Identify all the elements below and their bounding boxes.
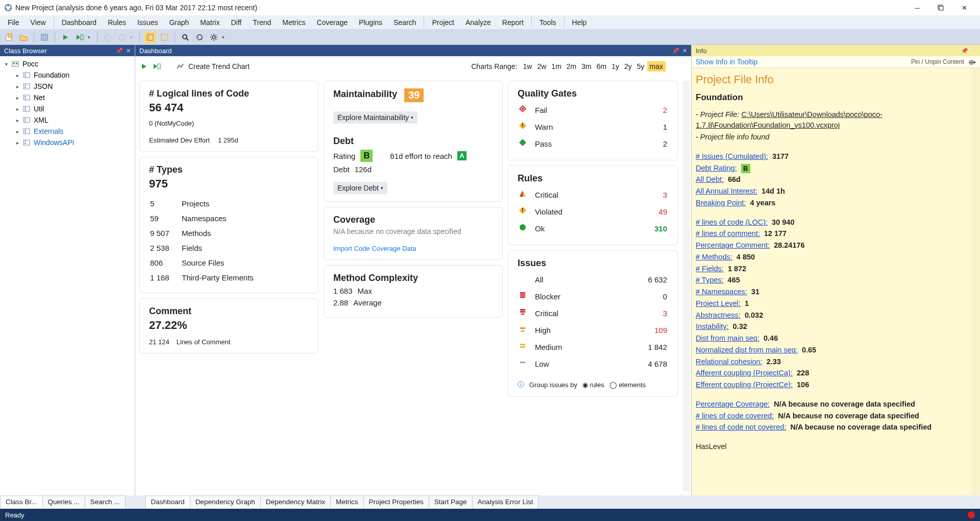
metric-link[interactable]: Percentage Coverage: <box>696 400 770 408</box>
import-coverage-link[interactable]: Import Code Coverage Data <box>333 245 416 252</box>
tab-dependency-graph[interactable]: Dependency Graph <box>190 495 261 509</box>
tab-queries-[interactable]: Queries ... <box>42 495 85 509</box>
tree-item[interactable]: ▸Net <box>3 92 132 103</box>
tree-item[interactable]: ▸Foundation <box>3 69 132 81</box>
chevron-right-icon[interactable]: ▸ <box>14 84 20 89</box>
tree-item[interactable]: ▸Externals <box>3 126 132 137</box>
metric-link[interactable]: Instability: <box>696 322 728 330</box>
class-tree[interactable]: ▾ Pocc ▸Foundation▸JSON▸Net▸Util▸XML▸Ext… <box>0 56 135 150</box>
chevron-right-icon[interactable]: ▸ <box>14 106 20 112</box>
tree-root[interactable]: ▾ Pocc <box>3 58 132 69</box>
panel-right-icon[interactable] <box>158 31 170 43</box>
metric-link[interactable]: # Namespaces: <box>696 288 747 296</box>
pin-icon[interactable]: 📌 <box>672 48 679 54</box>
menu-issues[interactable]: Issues <box>132 16 163 29</box>
menu-report[interactable]: Report <box>497 16 529 29</box>
play-icon[interactable] <box>59 31 71 43</box>
dropdown-icon[interactable]: ▾ <box>130 35 135 40</box>
dropdown-icon[interactable]: ▾ <box>222 35 227 40</box>
menu-matrix[interactable]: Matrix <box>194 16 225 29</box>
metric-link[interactable]: Efferent coupling (ProjectCe): <box>696 381 793 389</box>
metric-link[interactable]: # lines of code (LOC): <box>696 218 768 226</box>
scrollbar[interactable] <box>972 68 980 495</box>
dropdown-icon[interactable]: ▾ <box>88 35 93 40</box>
menu-plugins[interactable]: Plugins <box>353 16 388 29</box>
pin-unpin-label[interactable]: Pin / Unpin Content <box>911 58 964 65</box>
open-project-icon[interactable] <box>17 31 30 43</box>
close-icon[interactable]: ✕ <box>682 48 687 54</box>
range-1m[interactable]: 1m <box>549 61 564 72</box>
back-icon[interactable] <box>102 31 114 43</box>
metric-link[interactable]: All Debt: <box>696 175 724 183</box>
range-1w[interactable]: 1w <box>521 61 535 72</box>
chevron-right-icon[interactable]: ▸ <box>14 73 20 78</box>
metric-link[interactable]: # Methods: <box>696 253 732 261</box>
show-info-tooltip-link[interactable]: Show Info in Tooltip <box>696 58 757 66</box>
close-button[interactable]: ✕ <box>952 0 976 15</box>
metric-link[interactable]: Afferent coupling (ProjectCa): <box>696 369 793 377</box>
tab-project-properties[interactable]: Project Properties <box>363 495 429 509</box>
tab-metrics[interactable]: Metrics <box>330 495 364 509</box>
tab-dependency-matrix[interactable]: Dependency Matrix <box>260 495 331 509</box>
range-5y[interactable]: 5y <box>634 61 647 72</box>
range-max[interactable]: max <box>647 61 666 72</box>
range-3m[interactable]: 3m <box>579 61 594 72</box>
explore-maintainability-button[interactable]: Explore Maintainability ▾ <box>333 111 418 124</box>
tab-analysis-error-list[interactable]: Analysis Error List <box>472 495 539 509</box>
chevron-down-icon[interactable]: ▾ <box>3 61 9 67</box>
range-2m[interactable]: 2m <box>564 61 579 72</box>
radio-elements[interactable]: ◯ elements <box>609 381 646 389</box>
metric-link[interactable]: Normalized dist from main seq: <box>696 346 798 354</box>
tree-item[interactable]: ▸WindowsAPI <box>3 137 132 148</box>
gear-icon[interactable] <box>208 31 220 43</box>
new-project-icon[interactable] <box>3 31 15 43</box>
range-2w[interactable]: 2w <box>534 61 549 72</box>
metric-link[interactable]: # lines of code not covered: <box>696 423 786 431</box>
range-2y[interactable]: 2y <box>622 61 634 72</box>
tree-item[interactable]: ▸XML <box>3 114 132 126</box>
metric-link[interactable]: # Issues (Cumulated): <box>696 152 768 160</box>
play-icon[interactable] <box>140 63 148 70</box>
metric-link[interactable]: # Fields: <box>696 265 724 273</box>
metric-link[interactable]: Dist from main seq: <box>696 334 760 342</box>
chevron-right-icon[interactable]: ▸ <box>14 129 20 134</box>
dashboard-header[interactable]: Dashboard 📌✕ <box>135 45 691 56</box>
minimize-button[interactable]: ─ <box>905 0 929 15</box>
zoom-fit-icon[interactable] <box>38 31 51 43</box>
metric-link[interactable]: # lines of code covered: <box>696 412 774 420</box>
maximize-button[interactable] <box>929 0 952 15</box>
menu-dashboard[interactable]: Dashboard <box>56 16 103 29</box>
menu-view[interactable]: View <box>25 16 52 29</box>
menu-analyze[interactable]: Analyze <box>460 16 497 29</box>
create-trend-link[interactable]: Create Trend Chart <box>188 62 250 70</box>
menu-coverage[interactable]: Coverage <box>311 16 353 29</box>
close-icon[interactable]: ✕ <box>126 48 131 54</box>
tab-class-br-[interactable]: Class Br... <box>0 495 43 509</box>
chevron-right-icon[interactable]: ▸ <box>14 117 20 123</box>
tab-search-[interactable]: Search ... <box>85 495 126 509</box>
play-compare-icon[interactable] <box>74 31 86 43</box>
panel-left-icon[interactable] <box>144 31 156 43</box>
refresh-icon[interactable] <box>193 31 206 43</box>
menu-graph[interactable]: Graph <box>163 16 194 29</box>
tree-item[interactable]: ▸JSON <box>3 81 132 92</box>
metric-link[interactable]: Relational cohesion: <box>696 358 763 366</box>
menu-file[interactable]: File <box>2 16 25 29</box>
metric-link[interactable]: Abstractness: <box>696 311 741 319</box>
pin-toggle-icon[interactable]: ⟴ <box>968 58 976 66</box>
play-compare-icon[interactable] <box>153 63 161 70</box>
forward-icon[interactable] <box>116 31 128 43</box>
close-icon[interactable]: ✕ <box>971 48 976 54</box>
chevron-right-icon[interactable]: ▸ <box>14 140 20 146</box>
metric-link[interactable]: # lines of comment: <box>696 229 760 238</box>
pin-icon[interactable]: 📌 <box>961 48 968 54</box>
chevron-right-icon[interactable]: ▸ <box>14 95 20 101</box>
metric-link[interactable]: Percentage Comment: <box>696 241 770 249</box>
info-header[interactable]: Info 📌✕ <box>692 45 980 56</box>
metric-link[interactable]: Breaking Point: <box>696 199 746 207</box>
menu-project[interactable]: Project <box>426 16 460 29</box>
menu-diff[interactable]: Diff <box>225 16 247 29</box>
menu-trend[interactable]: Trend <box>247 16 277 29</box>
menu-search[interactable]: Search <box>388 16 422 29</box>
menu-help[interactable]: Help <box>567 16 593 29</box>
